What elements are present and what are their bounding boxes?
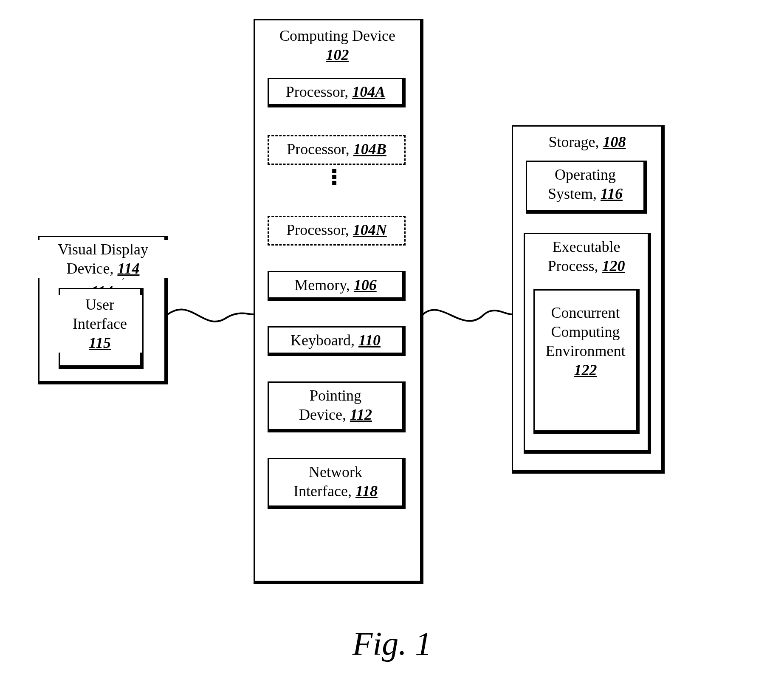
env-ref: 122 [574, 361, 597, 378]
proc-b-label: Processor, [287, 141, 350, 158]
processor-n-box: Processor, 104N [268, 216, 406, 246]
processor-b-box: Processor, 104B [268, 135, 406, 165]
env-line1: Concurrent [551, 304, 620, 321]
exec-line1: Executable [553, 238, 620, 255]
proc-a-label: Processor, [286, 83, 349, 100]
memory-ref: 106 [354, 277, 377, 294]
cd-title-text: Computing Device [279, 27, 395, 44]
env-line2: Computing [551, 323, 620, 340]
ui-label-overlay: User Interface 115 [57, 295, 142, 353]
pointing-ref: 112 [350, 406, 372, 423]
proc-n-ref: 104N [353, 221, 387, 238]
storage-ref: 108 [603, 133, 626, 150]
keyboard-label: Keyboard, [290, 332, 355, 349]
storage-title-text: Storage, [549, 133, 599, 150]
vd-title-overlay: Visual Display Device, 114 [38, 240, 168, 278]
proc-b-ref: 104B [353, 141, 386, 158]
proc-n-label: Processor, [286, 221, 349, 238]
keyboard-ref: 110 [358, 332, 381, 349]
vertical-ellipsis: ▪▪▪ [331, 168, 339, 186]
memory-box: Memory, 106 [268, 271, 406, 301]
pointing-device-box: Pointing Device, 112 [268, 381, 406, 432]
computing-device-box: Computing Device 102 Processor, 104A Pro… [254, 19, 423, 584]
memory-label: Memory, [294, 277, 350, 294]
exec-ref: 120 [602, 257, 625, 274]
pointing-line2: Device, [299, 406, 346, 423]
net-line1: Network [309, 463, 362, 480]
pointing-line1: Pointing [310, 387, 361, 404]
operating-system-box: Operating System, 116 [526, 161, 647, 214]
executable-process-box: Executable Process, 120 Concurrent Compu… [524, 233, 651, 454]
figure-caption: Fig. 1 [0, 624, 784, 663]
ui-line2: Interface [73, 315, 127, 332]
keyboard-box: Keyboard, 110 [268, 326, 406, 356]
vd-line2: Device, 114 [67, 260, 140, 277]
network-interface-box: Network Interface, 118 [268, 458, 406, 509]
os-line1: Operating [555, 166, 616, 183]
concurrent-env-box: Concurrent Computing Environment 122 [533, 289, 640, 434]
env-line3: Environment [546, 342, 626, 359]
net-line2: Interface, [293, 483, 352, 500]
vd-line1: Visual Display [58, 241, 148, 258]
cd-ref: 102 [326, 46, 349, 63]
net-ref: 118 [355, 483, 378, 500]
storage-box: Storage, 108 Operating System, 116 Execu… [512, 125, 665, 474]
exec-line2: Process, [548, 257, 598, 274]
ui-line1: User [85, 296, 114, 313]
os-line2: System, [548, 185, 597, 202]
ui-ref2: 115 [89, 334, 111, 351]
os-ref: 116 [601, 185, 623, 202]
storage-title: Storage, 108 [513, 131, 661, 153]
cd-title: Computing Device 102 [255, 25, 420, 66]
figure-canvas: Visual Display Device, 114 User Interfac… [0, 0, 784, 689]
processor-a-box: Processor, 104A [268, 78, 406, 107]
proc-a-ref: 104A [352, 83, 385, 100]
